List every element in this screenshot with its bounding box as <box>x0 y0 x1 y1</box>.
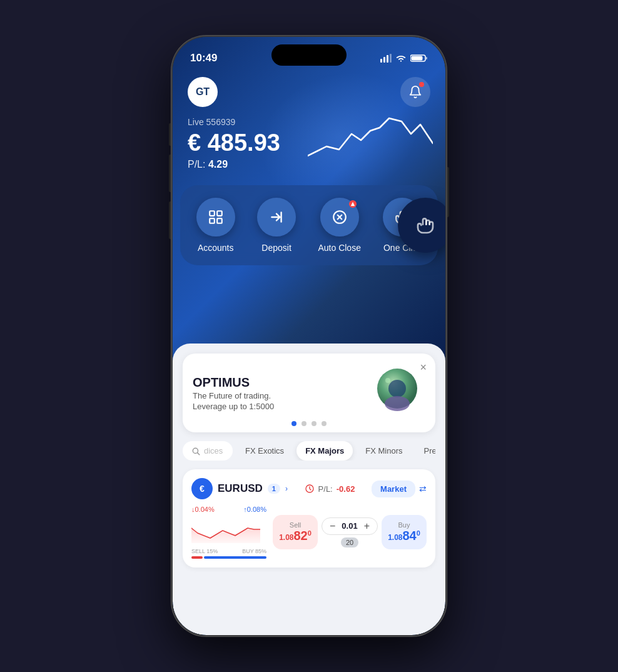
qty-minus-button[interactable]: − <box>328 521 337 532</box>
sell-price: 1.08820 <box>278 529 313 543</box>
svg-rect-3 <box>390 54 392 63</box>
pl-info: P/L: -0.62 <box>305 484 355 494</box>
banner-title: OPTIMUS <box>193 375 274 390</box>
tab-precious[interactable]: Preciou <box>415 441 435 461</box>
dot-4 <box>322 421 327 426</box>
bell-notification-dot <box>419 82 424 87</box>
quick-actions: Accounts Deposit <box>180 185 438 265</box>
pair-arrow: › <box>285 484 288 493</box>
buy-price-sup: 0 <box>417 529 420 537</box>
buy-button[interactable]: Buy 1.08840 <box>382 515 427 549</box>
qty-control: − 0.01 + 20 <box>322 517 378 547</box>
deposit-icon <box>268 209 285 225</box>
phone-screen: 10:49 <box>173 37 445 635</box>
one-click-highlight-icon <box>415 215 435 235</box>
action-deposit[interactable]: Deposit <box>257 198 296 253</box>
svg-rect-10 <box>217 218 222 223</box>
buy-bar <box>204 556 266 559</box>
bell-icon <box>408 85 422 99</box>
accounts-button[interactable] <box>196 198 235 237</box>
sell-price-big: 82 <box>293 529 307 542</box>
sell-pct: SELL 15% <box>191 548 218 554</box>
pl-value: -0.62 <box>337 484 355 494</box>
stat-up: ↑0.08% <box>243 506 266 513</box>
tab-fx-exotics[interactable]: FX Exotics <box>236 441 293 461</box>
svg-line-22 <box>198 452 200 454</box>
buy-pct: BUY 85% <box>242 548 266 554</box>
dot-3 <box>312 421 317 426</box>
mini-price-chart <box>191 516 260 543</box>
dynamic-island <box>271 44 347 66</box>
refresh-icon[interactable]: ⇄ <box>419 484 427 494</box>
chart-labels: SELL 15% BUY 85% <box>191 548 266 554</box>
buy-price-big: 84 <box>402 529 416 542</box>
market-button[interactable]: Market <box>372 481 415 497</box>
avatar[interactable]: GT <box>188 77 218 107</box>
sell-price-sup: 0 <box>308 529 312 537</box>
stat-down: ↓0.04% <box>191 506 215 513</box>
pl-value: 4.29 <box>208 159 228 170</box>
svg-point-18 <box>388 380 406 397</box>
banner-dots <box>291 421 327 426</box>
pair-icon: € <box>191 478 213 499</box>
pct-bars <box>191 556 266 559</box>
banner-content: OPTIMUS The Future of trading. Leverage … <box>193 375 274 411</box>
price-chart <box>308 99 433 168</box>
buy-price-main: 1.08 <box>388 533 402 542</box>
qty-bar: − 0.01 + <box>322 517 378 535</box>
phone-frame: 10:49 <box>171 36 447 636</box>
svg-rect-8 <box>217 211 222 216</box>
sell-bar <box>191 556 203 559</box>
auto-close-label: Auto Close <box>318 243 360 253</box>
phone-mockup: 10:49 <box>171 36 447 636</box>
status-icons <box>380 54 428 63</box>
svg-rect-2 <box>387 55 388 63</box>
search-box[interactable]: dices <box>183 441 233 461</box>
deposit-label: Deposit <box>261 243 291 253</box>
tab-fx-minors[interactable]: FX Minors <box>357 441 411 461</box>
qty-value: 0.01 <box>342 521 357 531</box>
promo-banner: OPTIMUS The Future of trading. Leverage … <box>183 354 435 432</box>
banner-tagline: Leverage up to 1:5000 <box>193 402 274 411</box>
banner-close-button[interactable]: × <box>420 361 427 374</box>
svg-rect-5 <box>412 56 423 61</box>
svg-rect-0 <box>380 59 382 63</box>
buy-label: Buy <box>387 521 422 529</box>
pair-info: € EURUSD 1 › <box>191 478 288 499</box>
buy-sell-section: Sell 1.08820 − 0.01 + <box>273 506 427 559</box>
pl-label: P/L: <box>318 484 333 494</box>
side-button-power <box>447 167 449 217</box>
action-accounts[interactable]: Accounts <box>196 198 235 253</box>
svg-point-19 <box>385 396 410 411</box>
chart-stats: ↓0.04% ↑0.08% <box>191 506 266 513</box>
buy-price: 1.08840 <box>387 529 422 543</box>
qty-plus-button[interactable]: + <box>363 521 371 532</box>
accounts-icon <box>208 209 224 225</box>
dot-2 <box>301 421 306 426</box>
svg-marker-16 <box>350 202 354 206</box>
trading-header: € EURUSD 1 › P/L: -0.62 <box>191 478 427 499</box>
banner-image <box>369 365 425 421</box>
auto-close-button[interactable] <box>320 198 359 237</box>
svg-rect-1 <box>383 57 385 63</box>
dot-1 <box>291 421 296 426</box>
svg-rect-7 <box>210 211 215 216</box>
tab-fx-majors[interactable]: FX Majors <box>296 441 353 461</box>
search-icon <box>191 447 200 456</box>
wifi-icon <box>395 54 407 63</box>
white-content-area: OPTIMUS The Future of trading. Leverage … <box>173 344 445 635</box>
sell-label: Sell <box>278 521 313 529</box>
pair-name: EURUSD <box>218 482 263 495</box>
sell-button[interactable]: Sell 1.08820 <box>273 515 318 549</box>
pl-text: P/L: <box>188 159 205 170</box>
svg-point-20 <box>385 378 390 383</box>
pair-count: 1 <box>268 484 280 494</box>
banner-subtitle: The Future of trading. <box>193 391 274 400</box>
search-text: dices <box>204 446 223 456</box>
chart-area <box>308 99 433 175</box>
deposit-button[interactable] <box>257 198 296 237</box>
qty-badge: 20 <box>341 537 358 547</box>
auto-close-badge <box>349 200 357 208</box>
sell-price-main: 1.08 <box>279 533 293 542</box>
action-auto-close[interactable]: Auto Close <box>318 198 360 253</box>
